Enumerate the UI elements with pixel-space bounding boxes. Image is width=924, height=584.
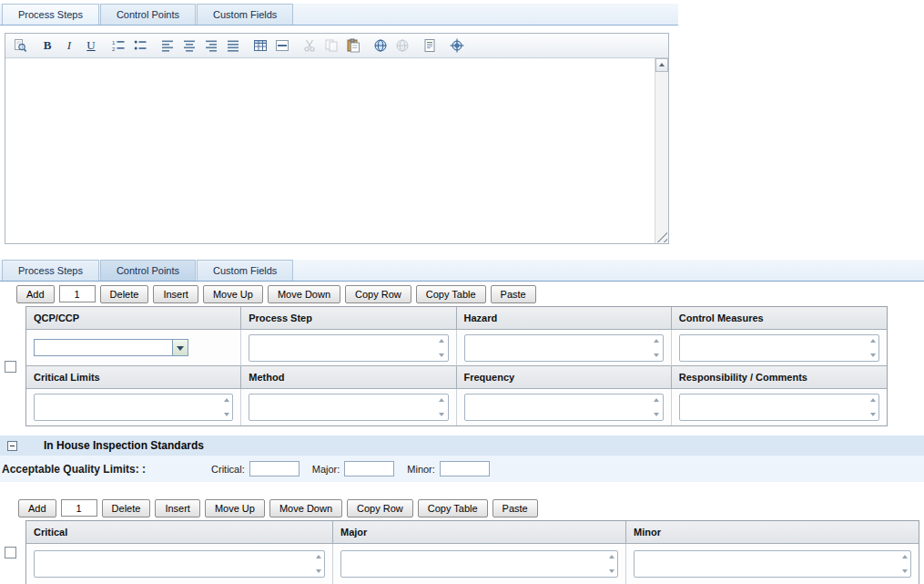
scroll-up-icon[interactable] [655,58,668,72]
insert-link-icon[interactable] [371,36,391,55]
insert-button[interactable]: Insert [155,499,200,517]
frequency-textarea[interactable] [464,394,664,421]
textarea-scrollbar[interactable] [312,551,324,577]
preview-icon[interactable] [10,36,30,55]
scroll-up-icon[interactable] [609,552,614,558]
detail-tabstrip: Process Steps Control Points Custom Fiel… [0,260,924,282]
ordered-list-icon[interactable]: 12 [108,36,128,55]
insert-table-icon[interactable] [250,36,270,55]
fullscreen-icon[interactable] [447,36,467,55]
scroll-down-icon[interactable] [609,569,614,576]
hazard-textarea[interactable] [464,334,664,362]
copy-row-button[interactable]: Copy Row [345,285,411,303]
major-cell [333,544,626,584]
critical-input[interactable] [249,461,300,476]
textarea-scrollbar[interactable] [651,394,663,420]
scroll-down-icon[interactable] [870,413,876,419]
scroll-down-icon[interactable] [902,569,908,576]
textarea-scrollbar[interactable] [436,394,448,420]
collapse-section-icon[interactable] [7,441,17,451]
textarea-scrollbar[interactable] [220,394,232,420]
row-select-checkbox[interactable] [5,547,16,558]
move-up-button[interactable]: Move Up [203,285,263,303]
scroll-down-icon[interactable] [439,413,444,419]
scroll-up-icon[interactable] [902,552,908,558]
tab-custom-fields[interactable]: Custom Fields [197,4,293,25]
add-count-input[interactable] [59,285,96,302]
scroll-down-icon[interactable] [654,353,659,360]
textarea-scrollbar[interactable] [651,335,663,361]
cut-icon[interactable] [300,36,320,55]
paste-button[interactable]: Paste [491,285,536,303]
delete-button[interactable]: Delete [102,499,151,517]
tab-control-points[interactable]: Control Points [100,260,196,281]
add-button[interactable]: Add [16,285,55,303]
textarea-scrollbar[interactable] [867,335,878,361]
align-justify-icon[interactable] [223,36,243,55]
critical-limits-textarea[interactable] [34,394,233,421]
textarea-scrollbar[interactable] [436,335,448,361]
copy-icon[interactable] [321,36,341,55]
align-left-icon[interactable] [157,36,178,55]
process-step-textarea[interactable] [249,334,448,362]
underline-icon[interactable]: U [81,36,101,55]
align-center-icon[interactable] [179,36,199,55]
source-document-icon[interactable] [420,36,440,55]
major-input[interactable] [344,461,394,476]
add-button[interactable]: Add [18,499,56,517]
delete-button[interactable]: Delete [100,285,149,303]
toolbar-separator [364,46,370,46]
scroll-down-icon[interactable] [439,353,444,360]
col-header-method: Method [241,366,456,389]
tab-control-points[interactable]: Control Points [100,4,196,25]
textarea-scrollbar[interactable] [867,394,878,420]
tab-process-steps[interactable]: Process Steps [2,260,99,281]
bullet-list-icon[interactable] [130,36,150,55]
row-select-checkbox[interactable] [5,361,16,373]
minor-label: Minor: [407,464,435,475]
remove-link-icon[interactable] [392,36,412,55]
scroll-up-icon[interactable] [870,395,876,402]
scroll-up-icon[interactable] [654,395,659,402]
scroll-down-icon[interactable] [654,413,659,419]
method-textarea[interactable] [249,394,448,421]
minor-input[interactable] [440,461,490,476]
copy-row-button[interactable]: Copy Row [347,499,413,517]
scroll-up-icon[interactable] [439,336,444,343]
horizontal-rule-icon[interactable] [272,36,292,55]
responsibility-comments-textarea[interactable] [679,394,879,421]
textarea-scrollbar[interactable] [605,551,617,577]
scroll-down-icon[interactable] [224,413,229,419]
italic-icon[interactable]: I [59,36,79,55]
paste-button[interactable]: Paste [492,499,538,517]
move-down-button[interactable]: Move Down [269,499,342,517]
minor-textarea[interactable] [634,550,911,578]
align-right-icon[interactable] [201,36,221,55]
control-measures-textarea[interactable] [679,334,879,362]
insert-button[interactable]: Insert [153,285,198,303]
critical-label: Critical: [211,464,245,475]
qcp-ccp-select[interactable] [34,339,188,356]
critical-textarea[interactable] [34,550,325,578]
tab-custom-fields[interactable]: Custom Fields [197,260,293,281]
major-textarea[interactable] [340,550,618,578]
editor-scrollbar[interactable] [655,58,668,243]
select-dropdown-button[interactable] [172,340,188,355]
scroll-up-icon[interactable] [224,395,229,402]
tab-process-steps[interactable]: Process Steps [2,4,99,25]
textarea-scrollbar[interactable] [899,551,910,577]
scroll-up-icon[interactable] [654,336,659,343]
bold-icon[interactable]: B [37,36,57,55]
scroll-down-icon[interactable] [870,353,876,360]
scroll-up-icon[interactable] [870,336,876,343]
add-count-input[interactable] [61,499,97,517]
move-up-button[interactable]: Move Up [205,499,265,517]
copy-table-button[interactable]: Copy Table [416,285,486,303]
copy-table-button[interactable]: Copy Table [418,499,488,517]
move-down-button[interactable]: Move Down [268,285,340,303]
editor-content-area[interactable] [5,58,668,243]
scroll-down-icon[interactable] [316,569,321,576]
scroll-up-icon[interactable] [439,395,444,402]
scroll-up-icon[interactable] [316,552,321,558]
paste-icon[interactable] [343,36,363,55]
